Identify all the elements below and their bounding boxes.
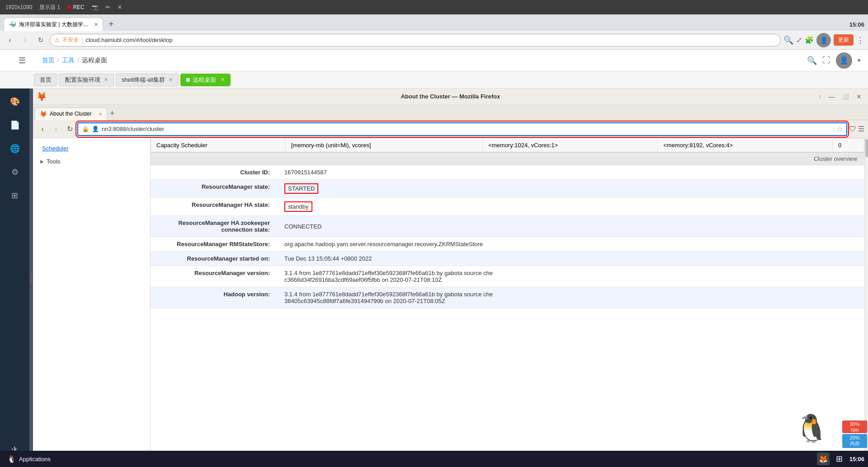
hadoop-main-content: Capacity Scheduler [memory-mb (unit=Mi),… — [151, 138, 864, 467]
ff-forward-btn[interactable]: › — [50, 123, 62, 135]
cpu-badge: 30% cpu — [842, 420, 867, 433]
new-tab-button[interactable]: + — [105, 17, 118, 31]
menu-button[interactable]: ⋮ — [856, 35, 864, 45]
outer-search-icon[interactable]: 🔍 — [807, 56, 817, 65]
browser-display: 显示器 1 — [39, 4, 60, 11]
shell-tab-label: shell终端-all集群 — [122, 76, 165, 84]
tab-title: 海洋部落实验室 | 大数据学习云... — [19, 21, 91, 28]
breadcrumb: 首页 / 工具 / 远程桌面 — [42, 56, 107, 65]
breadcrumb-home[interactable]: 首页 — [42, 56, 55, 65]
ff-back-btn[interactable]: ‹ — [37, 123, 48, 135]
rm-version-row: ResourceManager version: 3.1.4 from 1e87… — [151, 266, 864, 287]
cluster-id-value: 1670915144587 — [277, 165, 864, 180]
rm-store-value: org.apache.hadoop.yarn.server.resourcema… — [277, 237, 864, 252]
update-button[interactable]: 更新 — [834, 34, 854, 46]
shell-tab-close[interactable]: ✕ — [169, 77, 173, 83]
config-tab-close[interactable]: ✕ — [104, 77, 108, 83]
resize-handle[interactable] — [29, 89, 33, 467]
avatar[interactable]: 👤 — [816, 33, 831, 47]
user-dropdown-icon[interactable]: ▾ — [858, 57, 861, 64]
ff-close-btn[interactable]: ✕ — [854, 92, 864, 101]
ff-shield-icon[interactable]: 🛡 — [849, 125, 856, 133]
ff-bookmark-icon[interactable]: ☆ — [836, 125, 843, 133]
home-tab-label: 首页 — [40, 76, 52, 84]
hadoop-version-row: Hadoop version: 3.1.4 from 1e877761e8dad… — [151, 287, 864, 308]
nav-icon-document[interactable]: 📄 — [6, 117, 24, 134]
ff-sidebar-btn[interactable]: ☰ — [858, 125, 864, 133]
ff-scroll-up-btn[interactable]: ↑ — [816, 93, 824, 101]
taskbar-time: 15:06 — [849, 456, 864, 462]
breadcrumb-tools[interactable]: 工具 — [62, 56, 75, 65]
mem-badge: 20% 内存 — [842, 434, 867, 448]
ff-lock-icon: 👤 — [92, 126, 99, 132]
ff-tab-close-icon[interactable]: ✕ — [99, 112, 102, 117]
browser-time: 15:06 — [849, 21, 864, 31]
firefox-content: Scheduler ▶ Tools Capacity Scheduler [me… — [33, 138, 868, 467]
breadcrumb-sep2: / — [77, 57, 79, 64]
sidebar-group-tools[interactable]: ▶ Tools — [33, 155, 150, 168]
extensions-icon[interactable]: 🧩 — [805, 36, 814, 44]
virtual-desktop-taskbar: 🐧 Applications 🦊 ⊞ 15:06 — [0, 451, 868, 467]
applications-menu[interactable]: 🐧 Applications — [4, 454, 54, 464]
sched-col5: 0 — [833, 139, 864, 152]
rm-ha-state-row: ResourceManager HA state: standby — [151, 198, 864, 216]
browser-resolution: 1920x1080 — [5, 4, 32, 10]
firefox-window: 🦊 About the Cluster — Mozilla Firefox ↑ … — [33, 89, 868, 467]
ff-security-icon: 🔒 — [82, 126, 89, 132]
virtual-desktop: 🎨 📄 🌐 ⚙ ⊞ ✈ 🦊 About the Cluster — Mozill… — [0, 89, 868, 467]
fullscreen-icon[interactable]: ⤢ — [796, 36, 802, 44]
desktop-tab-label: 远程桌面 — [193, 76, 216, 84]
nav-icon-palette[interactable]: 🎨 — [6, 93, 24, 110]
ff-new-tab-btn[interactable]: + — [107, 107, 118, 120]
nav-icon-gear[interactable]: ⚙ — [6, 163, 24, 181]
firefox-address-bar: ‹ › ↻ 🔒 👤 nn3:8088/cluster/cluster ☆ 🛡 ☰ — [33, 120, 868, 138]
taskbar-grid-icon[interactable]: ⊞ — [833, 453, 846, 465]
penguin-mascot: 🐧 — [793, 408, 830, 449]
back-button[interactable]: ‹ — [4, 34, 16, 47]
browser-tab-active[interactable]: 🐳 海洋部落实验室 | 大数据学习云... ✕ — [4, 18, 103, 31]
edit-icon: ✏ — [106, 4, 110, 10]
taskbar-firefox-icon[interactable]: 🦊 — [817, 453, 830, 465]
firefox-logo: 🦊 — [37, 92, 47, 102]
reload-button[interactable]: ↻ — [34, 34, 47, 47]
ff-tab-favicon: 🦊 — [40, 111, 47, 117]
outer-left-sidebar: ☰ — [7, 56, 37, 65]
inner-tab-bar: 首页 配置实验环境 ✕ shell终端-all集群 ✕ 远程桌面 ✕ — [0, 71, 868, 89]
scheduler-row: Capacity Scheduler [memory-mb (unit=Mi),… — [151, 139, 864, 152]
cluster-id-label: Cluster ID: — [151, 165, 277, 180]
ff-maximize-btn[interactable]: ⬜ — [840, 93, 852, 101]
inner-tab-config[interactable]: 配置实验环境 ✕ — [59, 74, 114, 86]
firefox-title-bar: 🦊 About the Cluster — Mozilla Firefox ↑ … — [33, 89, 868, 105]
breadcrumb-sep1: / — [57, 57, 59, 64]
nav-icon-grid[interactable]: ⊞ — [6, 187, 24, 204]
inner-tab-home[interactable]: 首页 — [34, 74, 57, 86]
desktop-tab-close[interactable]: ✕ — [221, 77, 225, 83]
ff-tab-about-cluster[interactable]: 🦊 About the Cluster ✕ — [35, 107, 107, 120]
breadcrumb-current: 远程桌面 — [82, 56, 107, 65]
browser-address-bar: ‹ › ↻ ⚠ 不安全 | cloud.hainiubl.com/#/tool/… — [0, 31, 868, 50]
inner-tab-desktop[interactable]: 远程桌面 ✕ — [180, 74, 231, 86]
sched-col4: <memory:8192, vCores:4> — [658, 139, 833, 152]
content-scrollbar[interactable] — [864, 138, 868, 467]
address-input[interactable]: ⚠ 不安全 | cloud.hainiubl.com/#/tool/deskto… — [50, 34, 781, 47]
sched-col2: [memory-mb (unit=Mi), vcores] — [285, 139, 482, 152]
tab-close-icon[interactable]: ✕ — [94, 22, 98, 28]
ff-minimize-btn[interactable]: — — [826, 92, 838, 101]
firefox-tab-bar: 🦊 About the Cluster ✕ + — [33, 105, 868, 120]
ff-address-box[interactable]: 🔒 👤 nn3:8088/cluster/cluster ☆ — [77, 122, 847, 136]
applications-icon: 🐧 — [7, 455, 16, 463]
ff-reload-btn[interactable]: ↻ — [64, 123, 75, 135]
inner-tab-shell[interactable]: shell终端-all集群 ✕ — [116, 74, 179, 86]
desktop-tab-dot — [186, 78, 190, 82]
outer-nav: ☰ 首页 / 工具 / 远程桌面 🔍 ⛶ 👤 ▾ — [0, 50, 868, 71]
cluster-info-table: Cluster ID: 1670915144587 ResourceManage… — [151, 165, 864, 308]
sched-col3: <memory:1024, vCores:1> — [483, 139, 658, 152]
menu-icon[interactable]: ☰ — [19, 56, 26, 65]
outer-fullscreen-icon[interactable]: ⛶ — [822, 56, 830, 65]
sidebar-item-scheduler[interactable]: Scheduler — [33, 142, 150, 155]
close-browser-icon[interactable]: ✕ — [118, 4, 122, 10]
forward-button[interactable]: › — [19, 34, 32, 47]
search-icon[interactable]: 🔍 — [783, 35, 793, 45]
nav-icon-globe[interactable]: 🌐 — [6, 140, 24, 157]
user-avatar[interactable]: 👤 — [836, 52, 852, 69]
